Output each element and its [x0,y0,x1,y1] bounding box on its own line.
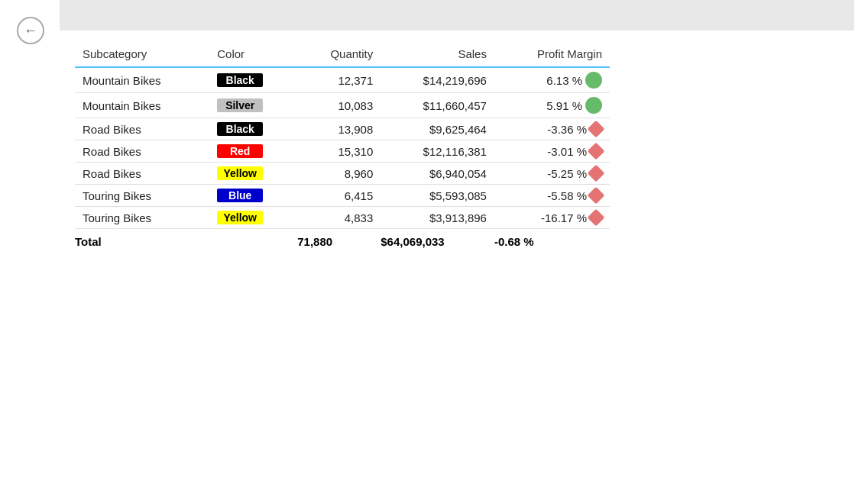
col-header-margin: Profit Margin [494,43,610,67]
table-row: Mountain BikesSilver10,083$11,660,4575.9… [75,93,610,118]
cell-sales: $5,593,085 [381,185,494,207]
cell-sales: $9,625,464 [381,118,494,140]
table-row: Touring BikesYellow4,833$3,913,896-16.17… [75,207,610,229]
profit-indicator-circle [585,97,602,114]
margin-value: -16.17 % [541,211,587,224]
profit-indicator-diamond [588,165,605,182]
cell-margin: 6.13 % [494,67,610,93]
margin-value: -5.25 % [547,167,587,180]
cell-color: Red [209,140,297,163]
cell-margin: -5.58 % [494,185,610,207]
cell-subcategory: Road Bikes [75,140,209,163]
margin-value: -5.58 % [547,189,587,202]
cell-sales: $14,219,696 [381,67,494,93]
page-header [60,0,854,31]
margin-value: 5.91 % [546,99,582,112]
cell-subcategory: Touring Bikes [75,185,209,207]
total-row: Total 71,880 $64,069,033 -0.68 % [75,229,610,249]
cell-quantity: 12,371 [297,67,381,93]
table-row: Road BikesBlack13,908$9,625,464-3.36 % [75,118,610,140]
total-margin: -0.68 % [494,229,610,249]
cell-color: Yellow [209,207,297,229]
profit-indicator-circle [585,72,602,89]
table-container: Subcategory Color Quantity Sales Profit … [60,43,854,248]
cell-subcategory: Touring Bikes [75,207,209,229]
margin-value: -3.01 % [547,145,587,158]
cell-subcategory: Mountain Bikes [75,67,209,93]
margin-value: 6.13 % [546,74,582,87]
profit-indicator-diamond [588,143,605,160]
cell-margin: -3.01 % [494,140,610,163]
total-quantity: 71,880 [297,229,381,249]
col-header-color: Color [209,43,297,67]
table-row: Mountain BikesBlack12,371$14,219,6966.13… [75,67,610,93]
cell-margin: 5.91 % [494,93,610,118]
data-table: Subcategory Color Quantity Sales Profit … [75,43,610,248]
cell-subcategory: Road Bikes [75,163,209,185]
main-panel: Subcategory Color Quantity Sales Profit … [60,0,854,487]
cell-color: Blue [209,185,297,207]
profit-indicator-diamond [588,209,605,227]
cell-quantity: 4,833 [297,207,381,229]
profit-indicator-diamond [588,187,605,205]
cell-color: Black [209,67,297,93]
total-sales: $64,069,033 [381,229,494,249]
total-label: Total [75,229,209,249]
cell-margin: -5.25 % [494,163,610,185]
cell-sales: $3,913,896 [381,207,494,229]
cell-sales: $12,116,381 [381,140,494,163]
cell-quantity: 10,083 [297,93,381,118]
table-row: Road BikesRed15,310$12,116,381-3.01 % [75,140,610,163]
margin-value: -3.36 % [547,123,587,136]
cell-margin: -3.36 % [494,118,610,140]
cell-color: Yellow [209,163,297,185]
back-button[interactable]: ← [17,17,44,44]
cell-quantity: 6,415 [297,185,381,207]
cell-margin: -16.17 % [494,207,610,229]
table-header-row: Subcategory Color Quantity Sales Profit … [75,43,610,67]
col-header-quantity: Quantity [297,43,381,67]
cell-color: Silver [209,93,297,118]
cell-quantity: 13,908 [297,118,381,140]
col-header-subcategory: Subcategory [75,43,209,67]
cell-subcategory: Mountain Bikes [75,93,209,118]
cell-subcategory: Road Bikes [75,118,209,140]
profit-indicator-diamond [588,121,605,138]
table-row: Road BikesYellow8,960$6,940,054-5.25 % [75,163,610,185]
cell-color: Black [209,118,297,140]
cell-sales: $11,660,457 [381,93,494,118]
total-color-empty [209,229,297,249]
back-icon: ← [24,23,37,39]
cell-quantity: 15,310 [297,140,381,163]
cell-quantity: 8,960 [297,163,381,185]
cell-sales: $6,940,054 [381,163,494,185]
table-row: Touring BikesBlue6,415$5,593,085-5.58 % [75,185,610,207]
col-header-sales: Sales [381,43,494,67]
